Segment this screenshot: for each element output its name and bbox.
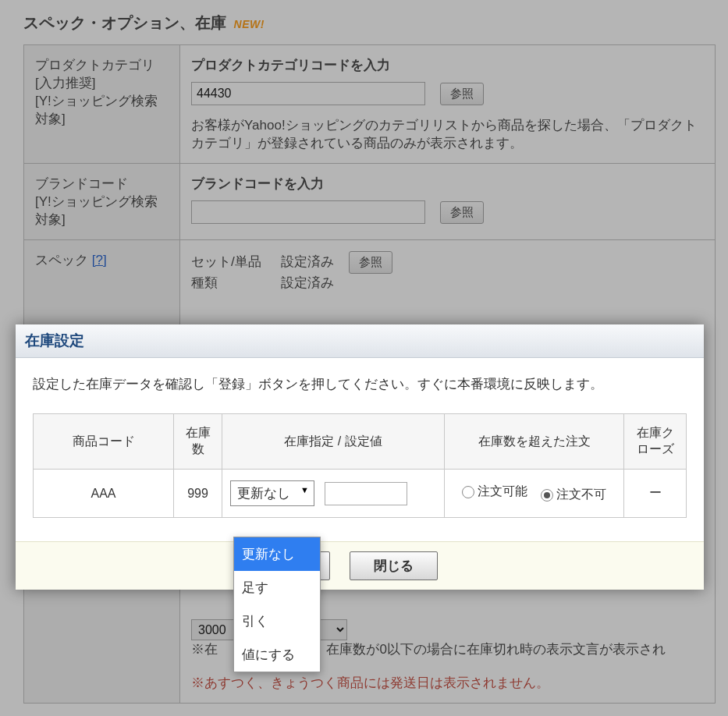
dropdown-option[interactable]: 値にする: [234, 638, 320, 672]
col-code: 商品コード: [34, 414, 174, 470]
cell-code: AAA: [34, 470, 174, 518]
modal-footer: 登ぶ 閉じる: [16, 541, 704, 590]
dropdown-option[interactable]: 引く: [234, 604, 320, 638]
radio-allow-label: 注文可能: [478, 484, 527, 500]
col-qty: 在庫数: [174, 414, 222, 470]
radio-icon: [462, 486, 474, 498]
col-setting: 在庫指定 / 設定値: [222, 414, 445, 470]
cell-qty: 999: [174, 470, 222, 518]
cell-close: ー: [624, 470, 687, 518]
col-close: 在庫クローズ: [624, 414, 687, 470]
set-value-input[interactable]: [325, 482, 407, 505]
modal-header: 在庫設定: [16, 324, 704, 358]
update-mode-select[interactable]: 更新なし: [230, 480, 314, 506]
radio-deny-label: 注文不可: [556, 487, 606, 503]
radio-deny[interactable]: 注文不可: [541, 487, 606, 503]
radio-allow[interactable]: 注文可能: [462, 484, 527, 500]
dropdown-option[interactable]: 足す: [234, 571, 320, 604]
modal-desc: 設定した在庫データを確認し「登録」ボタンを押してください。すぐに本番環境に反映し…: [33, 374, 687, 395]
stock-modal: 在庫設定 設定した在庫データを確認し「登録」ボタンを押してください。すぐに本番環…: [16, 324, 704, 590]
update-mode-dropdown: 更新なし 足す 引く 値にする: [233, 537, 321, 672]
update-mode-value: 更新なし: [237, 486, 290, 501]
stock-table: 商品コード 在庫数 在庫指定 / 設定値 在庫数を超えた注文 在庫クローズ AA…: [33, 413, 687, 518]
col-over: 在庫数を超えた注文: [445, 414, 624, 470]
stock-row: AAA 999 更新なし 注文可能: [34, 470, 687, 518]
radio-icon: [541, 489, 553, 502]
dropdown-option[interactable]: 更新なし: [234, 537, 320, 571]
modal-title: 在庫設定: [25, 332, 84, 349]
close-button[interactable]: 閉じる: [350, 551, 438, 580]
